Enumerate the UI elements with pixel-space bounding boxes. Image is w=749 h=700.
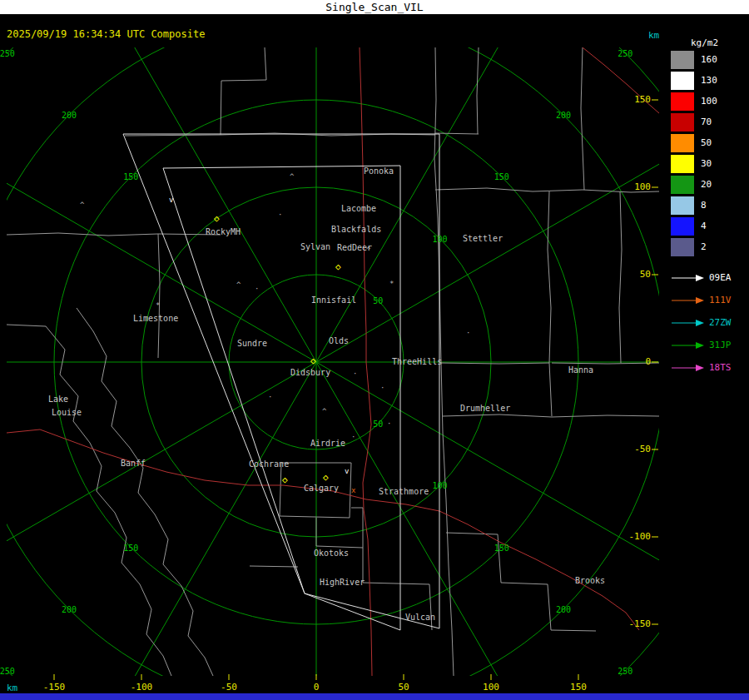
- scale-row: 100: [671, 91, 717, 112]
- station-id: 09EA: [709, 272, 732, 283]
- station-arrow-icon: [671, 295, 704, 305]
- station-row: 27ZW: [671, 311, 732, 334]
- scale-swatch: [671, 51, 694, 69]
- scale-value: 20: [701, 179, 712, 190]
- station-arrow-icon: [671, 273, 704, 283]
- scale-swatch: [671, 176, 694, 194]
- scale-swatch: [671, 113, 694, 132]
- station-row: 111V: [671, 289, 732, 311]
- scale-row: 130: [671, 70, 717, 91]
- station-row: 18TS: [671, 356, 732, 379]
- axis-ticks: [54, 100, 658, 680]
- scale-row: 20: [671, 174, 717, 195]
- scale-row: 4: [671, 216, 717, 236]
- station-row: 09EA: [671, 266, 732, 289]
- station-arrow-icon: [671, 363, 704, 373]
- station-id: 27ZW: [709, 317, 732, 328]
- scale-value: 2: [701, 241, 707, 252]
- scale-row: 50: [671, 132, 717, 153]
- bottom-scrollbar[interactable]: [0, 693, 749, 700]
- scale-value: 70: [701, 117, 712, 127]
- scale-value: 50: [701, 137, 712, 148]
- station-id: 18TS: [709, 362, 732, 373]
- scale-swatch: [671, 92, 694, 111]
- scale-row: 8: [671, 195, 717, 216]
- station-row: 31JP: [671, 334, 732, 356]
- scale-swatch: [671, 134, 694, 152]
- range-rings-grid: [0, 0, 749, 700]
- legend-units-label: kg/m2: [691, 37, 718, 48]
- station-arrow-legend: 09EA111V27ZW31JP18TS: [671, 266, 732, 379]
- scale-row: 30: [671, 153, 717, 174]
- scale-swatch: [671, 196, 694, 215]
- color-scale-legend: 16013010070503020842: [671, 49, 717, 257]
- station-arrow-icon: [671, 318, 704, 328]
- radar-map[interactable]: [0, 0, 749, 700]
- scale-swatch: [671, 217, 694, 236]
- radar-viewer-window: { "app": { "title": "Single_Scan_VIL" },…: [0, 0, 749, 700]
- scale-swatch: [671, 72, 694, 90]
- scale-row: 2: [671, 236, 717, 257]
- scale-value: 130: [701, 75, 717, 86]
- scale-value: 8: [701, 200, 707, 211]
- scale-value: 160: [701, 54, 717, 65]
- scale-swatch: [671, 238, 694, 256]
- station-arrow-icon: [671, 340, 704, 350]
- scale-row: 160: [671, 49, 717, 70]
- station-id: 111V: [709, 295, 732, 305]
- scale-value: 100: [701, 96, 717, 107]
- scale-value: 4: [701, 221, 707, 231]
- scale-value: 30: [701, 158, 712, 169]
- scale-swatch: [671, 155, 694, 173]
- scale-row: 70: [671, 112, 717, 132]
- station-id: 31JP: [709, 340, 732, 350]
